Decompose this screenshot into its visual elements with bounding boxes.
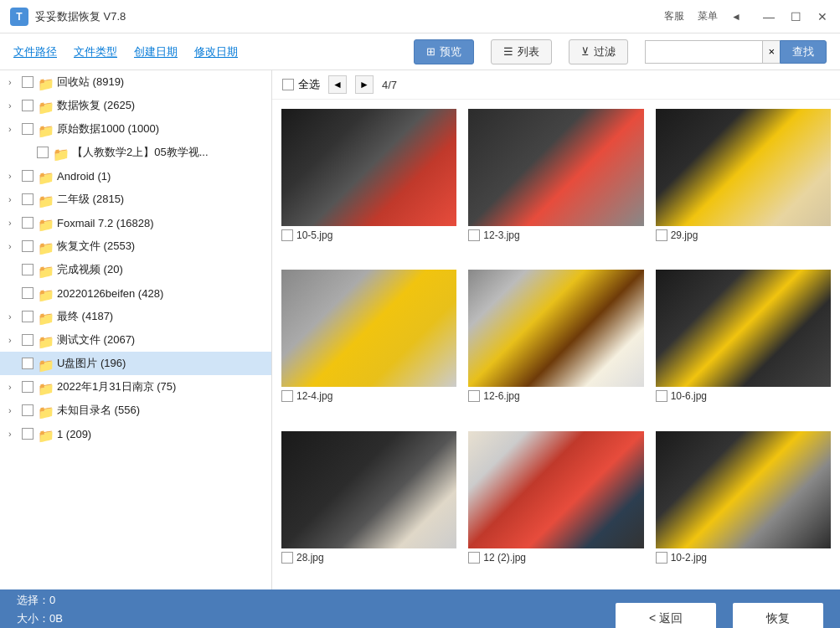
list-view-btn[interactable]: ☰ 列表 [491, 39, 552, 64]
toolbar-modifydate[interactable]: 修改日期 [194, 44, 238, 59]
select-count: 选择：0 [17, 591, 599, 610]
statusbar: 选择：0 大小：0B 文件总数：42606 已用时间：00:00:19 < 返回… [0, 589, 840, 628]
tree-checkbox[interactable] [22, 123, 33, 135]
prev-page-btn[interactable]: ◄ [328, 75, 347, 94]
select-all-area: 全选 [282, 77, 320, 92]
menu-btn[interactable]: 菜单 [698, 9, 718, 23]
folder-icon: 📁 [38, 193, 53, 205]
thumb-cell[interactable]: 12-6.jpg [462, 264, 649, 425]
thumb-image [281, 109, 456, 226]
tree-checkbox[interactable] [22, 358, 33, 369]
tree-checkbox[interactable] [22, 334, 33, 346]
thumb-image [468, 431, 643, 548]
toolbar-filepath[interactable]: 文件路径 [13, 44, 57, 59]
tree-item[interactable]: ›📁数据恢复 (2625) [0, 94, 271, 117]
customer-service-btn[interactable]: 客服 [664, 9, 684, 23]
tree-checkbox[interactable] [22, 170, 33, 182]
thumb-image [281, 270, 456, 387]
search-input[interactable] [645, 40, 762, 64]
toolbar-createdate[interactable]: 创建日期 [134, 44, 178, 59]
minimize-btn[interactable]: — [761, 10, 776, 23]
tree-item[interactable]: ›📁恢复文件 (2553) [0, 234, 271, 258]
thumb-checkbox[interactable] [281, 390, 293, 402]
tree-arrow: › [8, 382, 20, 392]
titlebar: T 妥妥数据恢复 V7.8 客服 菜单 ◄ — ☐ ✕ [0, 0, 840, 33]
thumb-label: 12-4.jpg [281, 390, 456, 402]
tree-checkbox[interactable] [22, 381, 33, 393]
tree-checkbox[interactable] [22, 287, 33, 299]
thumb-checkbox[interactable] [281, 552, 293, 564]
thumb-label: 12 (2).jpg [468, 552, 643, 564]
thumb-checkbox[interactable] [468, 390, 480, 402]
tree-item-label: Foxmail 7.2 (16828) [57, 217, 154, 229]
thumb-image [468, 270, 643, 387]
grid-icon: ⊞ [426, 45, 435, 58]
tree-checkbox[interactable] [22, 240, 33, 252]
toolbar-filetype[interactable]: 文件类型 [74, 44, 117, 59]
thumb-cell[interactable]: 12-3.jpg [462, 103, 649, 264]
tree-checkbox[interactable] [22, 264, 33, 275]
tree-item[interactable]: ›📁回收站 (8919) [0, 70, 271, 94]
restore-btn[interactable]: 恢复 [733, 603, 823, 628]
tree-checkbox[interactable] [22, 76, 33, 88]
search-btn[interactable]: 查找 [780, 40, 827, 64]
thumb-checkbox[interactable] [656, 390, 667, 402]
tree-item-label: 回收站 (8919) [57, 75, 124, 90]
thumb-cell[interactable]: 29.jpg [650, 103, 837, 264]
tree-checkbox[interactable] [22, 193, 33, 205]
thumb-cell[interactable]: 10-5.jpg [276, 103, 462, 264]
filter-btn[interactable]: ⊻ 过滤 [569, 39, 628, 64]
tree-checkbox[interactable] [22, 404, 33, 416]
tree-checkbox[interactable] [37, 147, 49, 158]
maximize-btn[interactable]: ☐ [788, 10, 803, 23]
thumb-image [468, 109, 643, 226]
folder-icon: 📁 [38, 240, 53, 252]
thumb-cell[interactable]: 28.jpg [276, 425, 462, 586]
tree-item-label: 恢复文件 (2553) [57, 239, 135, 254]
thumb-label: 12-3.jpg [468, 229, 643, 241]
thumb-checkbox[interactable] [468, 229, 480, 241]
folder-icon: 📁 [53, 147, 68, 158]
thumb-image [281, 431, 456, 548]
close-btn[interactable]: ✕ [815, 10, 830, 23]
thumb-cell[interactable]: 10-6.jpg [650, 264, 837, 425]
tree-item[interactable]: 📁20220126beifen (428) [0, 281, 271, 305]
folder-icon: 📁 [38, 264, 53, 275]
thumb-label: 29.jpg [656, 229, 831, 241]
tree-item[interactable]: ›📁测试文件 (2067) [0, 328, 271, 352]
tree-item[interactable]: 📁U盘图片 (196) [0, 352, 271, 375]
tree-checkbox[interactable] [22, 217, 33, 229]
tree-item[interactable]: ›📁最终 (4187) [0, 305, 271, 328]
tree-item[interactable]: 📁完成视频 (20) [0, 258, 271, 281]
tree-item[interactable]: ›📁1 (209) [0, 422, 271, 445]
tree-checkbox[interactable] [22, 311, 33, 322]
thumb-cell[interactable]: 10-2.jpg [650, 425, 837, 586]
preview-view-btn[interactable]: ⊞ 预览 [414, 39, 474, 64]
tree-item-label: 测试文件 (2067) [57, 332, 135, 347]
folder-icon: 📁 [38, 334, 53, 346]
tree-arrow: › [8, 218, 20, 228]
tree-item[interactable]: ›📁2022年1月31日南京 (75) [0, 375, 271, 399]
tree-item[interactable]: ›📁原始数据1000 (1000) [0, 117, 271, 141]
thumb-checkbox[interactable] [656, 552, 667, 564]
thumb-checkbox[interactable] [468, 552, 480, 564]
next-page-btn[interactable]: ► [355, 75, 374, 94]
back-btn[interactable]: < 返回 [616, 603, 716, 628]
tree-item[interactable]: ›📁Foxmail 7.2 (16828) [0, 211, 271, 234]
select-all-checkbox[interactable] [282, 79, 294, 90]
thumb-cell[interactable]: 12 (2).jpg [462, 425, 649, 586]
folder-icon: 📁 [38, 217, 53, 229]
thumb-cell[interactable]: 12-4.jpg [276, 264, 462, 425]
tree-item-label: 二年级 (2815) [57, 192, 124, 207]
tree-checkbox[interactable] [22, 100, 33, 111]
search-clear-btn[interactable]: × [762, 40, 780, 64]
tree-item[interactable]: ›📁未知目录名 (556) [0, 399, 271, 422]
status-left: 选择：0 大小：0B 文件总数：42606 已用时间：00:00:19 [17, 591, 599, 628]
tree-arrow: › [8, 77, 20, 87]
thumb-checkbox[interactable] [656, 229, 667, 241]
tree-checkbox[interactable] [22, 428, 33, 440]
tree-item[interactable]: ›📁二年级 (2815) [0, 188, 271, 211]
tree-item[interactable]: ›📁Android (1) [0, 164, 271, 188]
thumb-checkbox[interactable] [281, 229, 293, 241]
tree-item[interactable]: 📁【人教数学2上】05教学视... [0, 141, 271, 164]
